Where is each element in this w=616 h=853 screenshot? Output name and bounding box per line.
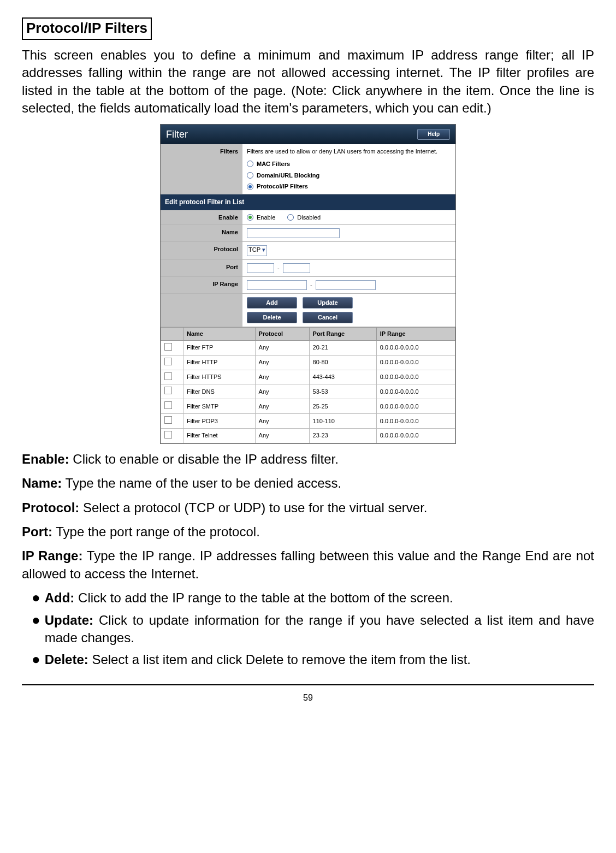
bullet-icon: ●	[32, 612, 40, 629]
cell-portrange: 20-21	[309, 340, 376, 355]
cell-name: Filter Telnet	[183, 428, 256, 443]
protocol-label: Protocol	[161, 242, 242, 259]
chevron-down-icon: ▾	[262, 246, 265, 253]
row-checkbox[interactable]	[164, 387, 172, 394]
filters-table: Name Protocol Port Range IP Range Filter…	[161, 327, 455, 443]
port-to-input[interactable]	[283, 263, 310, 273]
port-label: Port	[161, 260, 242, 276]
row-checkbox[interactable]	[164, 416, 172, 424]
bullet-icon: ●	[32, 589, 40, 606]
screenshot-title: Filter	[166, 128, 188, 141]
col-protocol: Protocol	[255, 328, 309, 341]
table-row[interactable]: Filter HTTPSAny443-4430.0.0.0-0.0.0.0	[161, 370, 455, 384]
buttons-row: Add Update Delete Cancel	[161, 294, 455, 327]
def-protocol-label: Protocol:	[22, 500, 79, 515]
cell-name: Filter SMTP	[183, 399, 256, 414]
table-row[interactable]: Filter SMTPAny25-250.0.0.0-0.0.0.0	[161, 399, 455, 414]
col-checkbox	[161, 328, 183, 341]
def-port-text: Type the port range of the protocol.	[52, 524, 260, 539]
radio-disabled-icon[interactable]	[287, 214, 294, 221]
table-row[interactable]: Filter FTPAny20-210.0.0.0-0.0.0.0	[161, 340, 455, 355]
row-checkbox[interactable]	[164, 343, 172, 351]
row-checkbox[interactable]	[164, 431, 172, 439]
cell-portrange: 23-23	[309, 428, 376, 443]
def-iprange-text: Type the IP range. IP addresses falling …	[22, 548, 594, 580]
cancel-button[interactable]: Cancel	[303, 312, 353, 323]
cell-protocol: Any	[255, 384, 309, 399]
cell-iprange: 0.0.0.0-0.0.0.0	[376, 340, 455, 355]
table-row[interactable]: Filter POP3Any110-1100.0.0.0-0.0.0.0	[161, 414, 455, 429]
bullet-add: ● Add: Click to add the IP range to the …	[22, 589, 594, 607]
cell-portrange: 443-443	[309, 370, 376, 384]
def-name-text: Type the name of the user to be denied a…	[62, 476, 341, 490]
col-iprange: IP Range	[376, 328, 455, 341]
screenshot-titlebar: Filter Help	[161, 125, 455, 144]
cell-protocol: Any	[255, 370, 309, 384]
dash-separator: -	[310, 281, 312, 289]
name-label: Name	[161, 225, 242, 241]
def-name-label: Name:	[22, 476, 62, 490]
cell-name: Filter HTTP	[183, 355, 256, 370]
protocol-row: Protocol TCP ▾	[161, 242, 455, 260]
row-checkbox[interactable]	[164, 401, 172, 409]
dash-separator: -	[277, 264, 280, 273]
table-row[interactable]: Filter TelnetAny23-230.0.0.0-0.0.0.0	[161, 428, 455, 443]
row-checkbox[interactable]	[164, 358, 172, 365]
bullet-update: ● Update: Click to update information fo…	[22, 612, 594, 647]
name-input[interactable]	[247, 228, 340, 238]
filters-label: Filters	[161, 144, 242, 194]
radio-enable-icon[interactable]	[247, 214, 253, 221]
bullet-update-label: Update:	[45, 613, 93, 627]
bullet-add-text: Click to add the IP range to the table a…	[74, 590, 453, 605]
cell-iprange: 0.0.0.0-0.0.0.0	[376, 414, 455, 429]
cell-portrange: 80-80	[309, 355, 376, 370]
cell-name: Filter HTTPS	[183, 370, 256, 384]
opt-enable: Enable	[257, 214, 275, 222]
radio-mac-filters[interactable]: MAC Filters	[247, 160, 451, 168]
def-protocol-text: Select a protocol (TCP or UDP) to use fo…	[79, 500, 427, 515]
def-iprange: IP Range: Type the IP range. IP addresse…	[22, 547, 594, 583]
port-from-input[interactable]	[247, 263, 274, 273]
col-portrange: Port Range	[309, 328, 376, 341]
cell-name: Filter POP3	[183, 414, 256, 429]
def-enable-label: Enable:	[22, 452, 69, 466]
table-row[interactable]: Filter DNSAny53-530.0.0.0-0.0.0.0	[161, 384, 455, 399]
table-header-row: Name Protocol Port Range IP Range	[161, 328, 455, 341]
cell-name: Filter FTP	[183, 340, 256, 355]
bullet-delete-text: Select a list item and click Delete to r…	[88, 652, 471, 667]
iprange-from-input[interactable]	[247, 280, 307, 290]
cell-portrange: 25-25	[309, 399, 376, 414]
name-row: Name	[161, 225, 455, 242]
radio-protocol-ip[interactable]: Protocol/IP Filters	[247, 182, 451, 191]
cell-portrange: 110-110	[309, 414, 376, 429]
protocol-select-value: TCP	[248, 246, 260, 253]
page-divider	[22, 684, 594, 685]
help-button[interactable]: Help	[417, 129, 450, 140]
table-row[interactable]: Filter HTTPAny80-800.0.0.0-0.0.0.0	[161, 355, 455, 370]
enable-label: Enable	[161, 210, 242, 225]
row-checkbox[interactable]	[164, 372, 172, 380]
filters-description: Filters are used to allow or deny LAN us…	[247, 147, 451, 156]
radio-domain-label: Domain/URL Blocking	[257, 171, 319, 180]
port-row: Port -	[161, 260, 455, 277]
protocol-select[interactable]: TCP ▾	[247, 245, 267, 256]
delete-button[interactable]: Delete	[247, 312, 297, 323]
cell-iprange: 0.0.0.0-0.0.0.0	[376, 355, 455, 370]
buttons-row-label	[161, 294, 242, 327]
radio-icon	[247, 161, 253, 167]
cell-protocol: Any	[255, 399, 309, 414]
radio-domain-blocking[interactable]: Domain/URL Blocking	[247, 171, 451, 180]
bullet-add-label: Add:	[45, 590, 75, 605]
iprange-to-input[interactable]	[316, 280, 376, 290]
page-number: 59	[22, 692, 594, 704]
iprange-row: IP Range -	[161, 277, 455, 294]
router-screenshot: Filter Help Filters Filters are used to …	[160, 124, 456, 444]
col-name: Name	[183, 328, 256, 341]
filters-row: Filters Filters are used to allow or den…	[161, 144, 455, 194]
bullet-delete: ● Delete: Select a list item and click D…	[22, 651, 594, 668]
update-button[interactable]: Update	[303, 297, 353, 309]
def-enable: Enable: Click to enable or disable the I…	[22, 451, 594, 468]
iprange-label: IP Range	[161, 277, 242, 293]
def-protocol: Protocol: Select a protocol (TCP or UDP)…	[22, 499, 594, 517]
add-button[interactable]: Add	[247, 297, 297, 309]
